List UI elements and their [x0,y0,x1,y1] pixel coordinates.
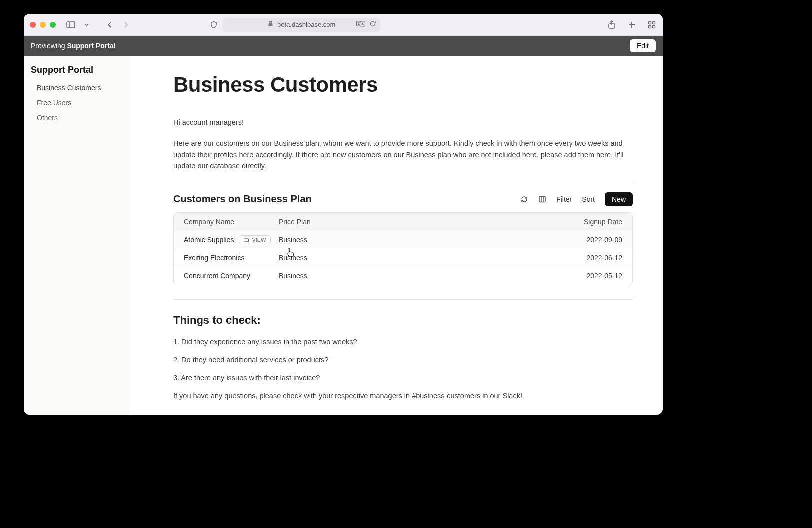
preview-prefix: Previewing [31,42,67,50]
col-signup-date: Signup Date [558,218,622,226]
table-title: Customers on Business Plan [174,194,312,205]
maximize-window-button[interactable] [50,22,56,28]
cell-company-name: Concurrent Company [184,272,250,280]
svg-rect-9 [653,26,656,28]
cell-signup-date: 2022-09-09 [558,236,622,244]
table-row[interactable]: Atomic Supplies VIEW Business 2022-09-09 [174,231,632,249]
view-badge-label: VIEW [252,237,266,243]
columns-icon[interactable] [538,196,546,204]
check-item-2: 2. Do they need additional services or p… [174,356,633,364]
close-window-button[interactable] [30,22,36,28]
new-tab-icon[interactable] [627,20,637,30]
minimize-window-button[interactable] [40,22,46,28]
edit-button[interactable]: Edit [630,40,656,52]
checks-footer: If you have any questions, please check … [174,392,633,400]
svg-rect-7 [653,22,656,24]
table-header-row: Company Name Price Plan Signup Date [174,213,632,231]
table-row[interactable]: Exciting Electronics Business 2022-06-12 [174,249,632,267]
translate-icon[interactable] [356,20,366,29]
lock-icon [268,21,274,28]
folder-open-icon [244,237,250,243]
preview-app-name: Support Portal [67,42,116,50]
forward-button[interactable] [121,20,131,30]
url-text: beta.dashibase.com [278,21,336,28]
intro-line-2: Here are our customers on our Business p… [174,138,633,172]
sidebar-item-free-users[interactable]: Free Users [24,96,131,110]
preview-banner: Previewing Support Portal Edit [24,36,663,56]
svg-rect-8 [649,26,652,28]
share-icon[interactable] [607,20,617,30]
cell-company-name: Exciting Electronics [184,254,244,262]
cell-price-plan: Business [279,236,558,244]
divider [174,300,633,300]
svg-rect-10 [540,196,546,202]
filter-button[interactable]: Filter [556,196,572,204]
reload-icon[interactable] [370,20,376,29]
titlebar: beta.dashibase.com [24,14,663,36]
cell-company-name: Atomic Supplies [184,236,234,244]
browser-window: beta.dashibase.com [24,14,663,415]
svg-rect-0 [67,22,75,28]
table-row[interactable]: Concurrent Company Business 2022-05-12 [174,267,632,285]
tab-overview-icon[interactable] [647,20,657,30]
sidebar-title: Support Portal [24,65,131,80]
address-bar[interactable]: beta.dashibase.com [223,18,380,32]
intro-line-1: Hi account managers! [174,117,633,128]
shield-icon[interactable] [209,20,219,30]
refresh-icon[interactable] [520,196,528,204]
checks-heading: Things to check: [174,314,633,327]
view-badge[interactable]: VIEW [239,236,270,244]
main-content: Business Customers Hi account managers! … [132,56,663,415]
check-item-3: 3. Are there any issues with their last … [174,374,633,382]
customers-table: Company Name Price Plan Signup Date Atom… [174,212,633,286]
back-button[interactable] [105,20,115,30]
cell-price-plan: Business [279,254,558,262]
preview-label: Previewing Support Portal [31,42,116,50]
divider [174,182,633,182]
col-company-name: Company Name [184,218,279,226]
sidebar-item-others[interactable]: Others [24,110,131,126]
cell-price-plan: Business [279,272,558,280]
cell-signup-date: 2022-05-12 [558,272,622,280]
sidebar-item-business-customers[interactable]: Business Customers [24,80,131,96]
page-title: Business Customers [174,73,633,97]
svg-rect-2 [269,24,273,26]
window-controls [30,22,56,28]
sort-button[interactable]: Sort [582,196,595,204]
sidebar: Support Portal Business Customers Free U… [24,56,132,415]
sidebar-toggle-icon[interactable] [66,20,76,30]
cell-signup-date: 2022-06-12 [558,254,622,262]
new-button[interactable]: New [605,192,633,206]
svg-rect-6 [649,22,652,24]
col-price-plan: Price Plan [279,218,558,226]
check-item-1: 1. Did they experience any issues in the… [174,338,633,346]
chevron-down-icon[interactable] [82,20,92,30]
